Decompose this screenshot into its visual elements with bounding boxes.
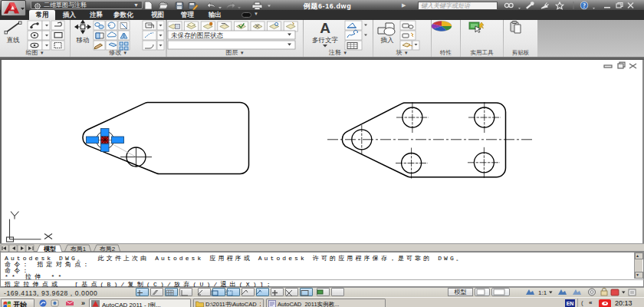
svg-text:直线: 直线 — [7, 36, 21, 44]
svg-text:?: ? — [583, 2, 586, 9]
svg-text:移动: 移动 — [76, 36, 90, 44]
svg-text:1:1: 1:1 — [538, 289, 547, 296]
svg-text:未保存的图层状态: 未保存的图层状态 — [171, 31, 224, 39]
svg-text:»: » — [81, 299, 85, 307]
svg-text:多行文字: 多行文字 — [312, 36, 339, 44]
svg-text:A: A — [320, 20, 330, 36]
svg-text:插入: 插入 — [380, 36, 395, 44]
